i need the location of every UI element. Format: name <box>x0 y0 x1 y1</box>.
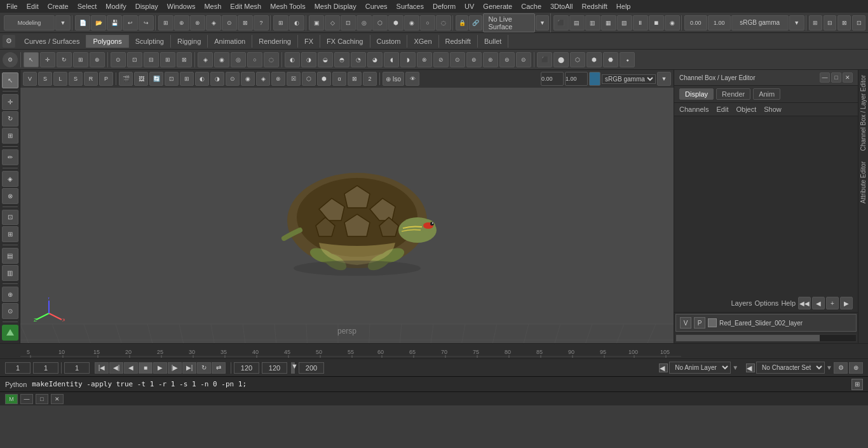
loop-btn[interactable]: ↻ <box>197 362 211 374</box>
tab-sculpting[interactable]: Sculpting <box>129 35 171 48</box>
right-panel-btn2[interactable]: ⊟ <box>824 15 837 31</box>
extra-btn2[interactable]: ⬤ <box>553 52 569 67</box>
menu-mesh-tools[interactable]: Mesh Tools <box>266 1 309 11</box>
render-options-btn[interactable]: ▧ <box>617 15 632 31</box>
render-tool-btn14[interactable]: ⊜ <box>499 52 515 67</box>
character-set-dropdown[interactable]: No Character Set <box>756 362 825 374</box>
total-frames-input[interactable]: 200 <box>299 362 324 374</box>
tab-render[interactable]: Render <box>716 88 750 100</box>
tab-animation[interactable]: Animation <box>208 35 252 48</box>
render-stop-btn[interactable]: ⏹ <box>649 15 664 31</box>
step-forward-btn[interactable]: |▶ <box>168 362 182 374</box>
redo-btn[interactable]: ↪ <box>139 15 154 31</box>
menu-modify[interactable]: Modify <box>102 1 130 11</box>
render-tool-btn8[interactable]: ◗ <box>400 52 416 67</box>
menu-mesh[interactable]: Mesh <box>200 1 225 11</box>
timeline[interactable]: 5 10 15 20 25 30 35 40 45 50 55 60 65 70… <box>0 343 868 358</box>
lock-btn[interactable]: 🔒 <box>456 15 468 31</box>
paint-tool[interactable]: ✏ <box>2 149 18 165</box>
sel-border-btn[interactable]: ◌ <box>436 15 451 31</box>
end-frame-input[interactable]: 120 <box>234 362 259 374</box>
quick-select[interactable]: ⊕ <box>2 287 18 302</box>
render-pause-btn[interactable]: ⏸ <box>633 15 648 31</box>
select-shell-btn[interactable]: ⬡ <box>372 15 388 31</box>
render-tool-btn1[interactable]: ◐ <box>285 52 300 67</box>
vp-2d-btn[interactable]: 2 <box>363 72 377 86</box>
select-tool-btn[interactable]: ↖ <box>24 52 39 67</box>
render-tool-btn2[interactable]: ◑ <box>301 52 316 67</box>
options-label[interactable]: Options <box>754 299 778 307</box>
menu-edit-mesh[interactable]: Edit Mesh <box>226 1 265 11</box>
vp-xray-btn[interactable]: ☒ <box>287 72 301 86</box>
submenu-edit[interactable]: Edit <box>716 105 728 113</box>
save-scene-btn[interactable]: 💾 <box>107 15 122 31</box>
render-seq-btn[interactable]: ▤ <box>569 15 585 31</box>
vp-stereo-btn[interactable]: 👁 <box>405 72 419 86</box>
anim-btn5[interactable]: ◌ <box>264 52 279 67</box>
vtab-channel-box[interactable]: Channel Box / Layer Editor <box>858 70 868 156</box>
submenu-show[interactable]: Show <box>764 105 782 113</box>
vp-show-btn[interactable]: S <box>69 72 83 86</box>
menu-uv[interactable]: UV <box>461 1 478 11</box>
magnet-btn[interactable]: 🔗 <box>469 15 482 31</box>
tab-bullet[interactable]: Bullet <box>478 35 509 48</box>
right-panel-btn1[interactable]: ⊞ <box>809 15 822 31</box>
right-panel-btn4[interactable]: ⊡ <box>852 15 865 31</box>
modeling-arrow[interactable]: ▼ <box>55 15 71 31</box>
anim-layer-dropdown[interactable]: No Anim Layer <box>669 362 731 374</box>
skip-to-start-btn[interactable]: |◀ <box>95 362 109 374</box>
submenu-channels[interactable]: Channels <box>679 105 709 113</box>
vp-motion-btn[interactable]: ⊠ <box>348 72 362 86</box>
vp-lighting-btn[interactable]: L <box>53 72 67 86</box>
vp-shadow-btn[interactable]: ⊙ <box>226 72 240 86</box>
menu-redshift[interactable]: Redshift <box>578 1 611 11</box>
tab-fx-caching[interactable]: FX Caching <box>320 35 370 48</box>
vp-view-btn[interactable]: V <box>23 72 37 86</box>
end-frame-arrow[interactable]: ▼ <box>291 362 295 374</box>
anim-layer-arrow-l[interactable]: ◀ <box>659 363 668 372</box>
transform-btn[interactable]: ⊞ <box>273 15 288 31</box>
rotate-tool[interactable]: ↻ <box>2 111 18 127</box>
vp-sync-btn[interactable]: 🔄 <box>149 72 163 86</box>
gamma-arrow[interactable]: ▼ <box>657 72 671 86</box>
menu-surfaces[interactable]: Surfaces <box>393 1 428 11</box>
grow-sel-btn[interactable]: ◉ <box>404 15 419 31</box>
render-tool-btn9[interactable]: ⊗ <box>417 52 432 67</box>
render-tool-btn4[interactable]: ◓ <box>334 52 349 67</box>
vp-wire-btn[interactable]: ⊡ <box>165 72 179 86</box>
play-forward-btn[interactable]: ▶ <box>153 362 167 374</box>
live-arrow-btn[interactable]: ▼ <box>536 15 548 31</box>
scale-tool-btn[interactable]: ⊞ <box>73 52 88 67</box>
menu-create[interactable]: Create <box>44 1 72 11</box>
alpha-input[interactable] <box>541 72 564 86</box>
vp-alpha-btn[interactable]: α <box>332 72 346 86</box>
render-tool-btn13[interactable]: ⊛ <box>483 52 498 67</box>
menu-mesh-display[interactable]: Mesh Display <box>311 1 360 11</box>
scale-tool[interactable]: ⊞ <box>2 128 18 144</box>
modeling-dropdown[interactable]: Modeling <box>4 15 55 31</box>
snap-curve-btn[interactable]: ⊕ <box>174 15 189 31</box>
menu-deform[interactable]: Deform <box>429 1 459 11</box>
playback-end-input[interactable]: 120 <box>262 362 287 374</box>
render-tool-btn15[interactable]: ⊝ <box>516 52 531 67</box>
vp-cam-btn[interactable]: 🎬 <box>119 72 133 86</box>
layer-color-swatch[interactable] <box>708 318 717 327</box>
extra-btn6[interactable]: ⬥ <box>620 52 635 67</box>
select-loop-btn[interactable]: ◎ <box>356 15 372 31</box>
menu-curves[interactable]: Curves <box>362 1 391 11</box>
tab-anim[interactable]: Anim <box>753 88 780 100</box>
render-region-btn[interactable]: ▥ <box>585 15 600 31</box>
panel-close-btn[interactable]: ✕ <box>843 72 853 83</box>
tab-fx[interactable]: FX <box>298 35 320 48</box>
maya-icon[interactable] <box>2 325 18 341</box>
open-scene-btn[interactable]: 📂 <box>91 15 106 31</box>
layer-v-toggle[interactable]: V <box>680 317 691 329</box>
menu-windows[interactable]: Windows <box>163 1 200 11</box>
window-restore-btn[interactable]: □ <box>36 394 48 404</box>
layer-scrollbar[interactable] <box>675 334 857 342</box>
alpha-field[interactable]: 0.00 <box>684 15 707 31</box>
snap-to-poly[interactable]: ◈ <box>2 171 18 187</box>
snap-point-btn[interactable]: ⊗ <box>190 15 205 31</box>
live-surface-button[interactable]: No Live Surface <box>483 13 536 32</box>
vtab-attribute-editor[interactable]: Attribute Editor <box>858 156 868 208</box>
